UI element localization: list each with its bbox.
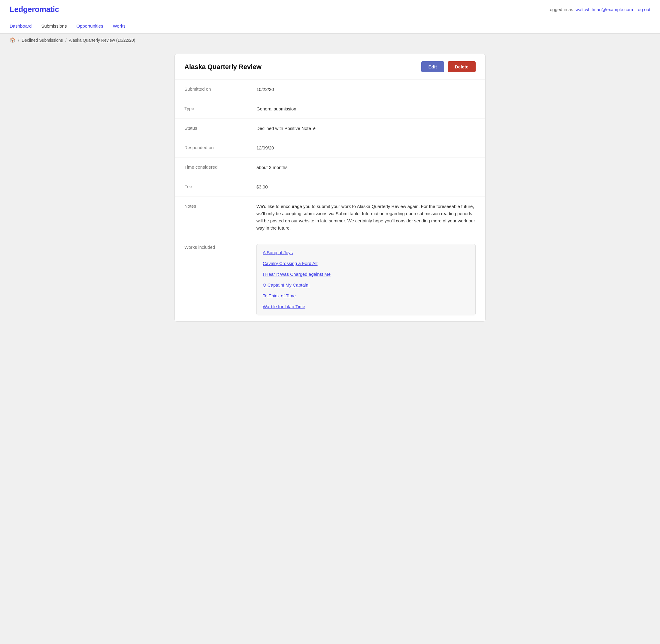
label-works-included: Works included [184,244,257,250]
value-type: General submission [257,105,476,113]
card-header: Alaska Quarterly Review Edit Delete [175,54,485,80]
nav-bar: Dashboard Submissions Opportunities Work… [0,19,660,33]
work-item-4[interactable]: To Think of Time [263,292,469,299]
row-responded-on: Responded on 12/09/20 [175,138,485,158]
top-bar: Ledgeromatic Logged in as walt.whitman@e… [0,0,660,19]
submission-card: Alaska Quarterly Review Edit Delete Subm… [174,54,486,322]
label-notes: Notes [184,203,257,209]
label-time-considered: Time considered [184,164,257,169]
breadcrumb-current[interactable]: Alaska Quarterly Review (10/22/20) [69,38,135,43]
edit-button[interactable]: Edit [421,61,444,72]
work-item-2[interactable]: I Hear It Was Charged against Me [263,271,469,278]
row-status: Status Declined with Positive Note ★ [175,119,485,138]
label-responded-on: Responded on [184,144,257,150]
works-list: A Song of Joys Cavalry Crossing a Ford A… [257,244,476,315]
row-type: Type General submission [175,99,485,119]
label-status: Status [184,125,257,131]
delete-button[interactable]: Delete [448,61,476,72]
header-buttons: Edit Delete [421,61,476,72]
logout-link[interactable]: Log out [635,7,651,12]
value-status: Declined with Positive Note ★ [257,125,476,132]
row-submitted-on: Submitted on 10/22/20 [175,80,485,99]
breadcrumb: 🏠 / Declined Submissions / Alaska Quarte… [0,33,660,47]
nav-item-dashboard[interactable]: Dashboard [9,19,31,33]
nav-item-opportunities[interactable]: Opportunities [76,19,103,33]
app-logo: Ledgeromatic [9,5,59,14]
user-email-link[interactable]: walt.whitman@example.com [576,7,633,12]
work-item-3[interactable]: O Captain! My Captain! [263,281,469,289]
row-time-considered: Time considered about 2 months [175,158,485,177]
value-time-considered: about 2 months [257,164,476,171]
works-list-container: A Song of Joys Cavalry Crossing a Ford A… [257,244,476,315]
label-type: Type [184,105,257,111]
row-notes: Notes We'd like to encourage you to subm… [175,197,485,238]
breadcrumb-sep-1: / [18,38,19,43]
work-item-0[interactable]: A Song of Joys [263,249,469,256]
work-item-5[interactable]: Warble for Lilac-Time [263,303,469,310]
card-title: Alaska Quarterly Review [184,63,262,71]
nav-item-works[interactable]: Works [113,19,126,33]
value-submitted-on: 10/22/20 [257,86,476,93]
value-fee: $3.00 [257,183,476,190]
work-item-1[interactable]: Cavalry Crossing a Ford Alt [263,260,469,267]
row-works-included: Works included A Song of Joys Cavalry Cr… [175,238,485,321]
top-right-area: Logged in as walt.whitman@example.com Lo… [547,7,651,12]
label-fee: Fee [184,183,257,189]
breadcrumb-declined-submissions[interactable]: Declined Submissions [22,38,63,43]
label-submitted-on: Submitted on [184,86,257,92]
value-notes: We'd like to encourage you to submit you… [257,203,476,232]
value-responded-on: 12/09/20 [257,144,476,152]
breadcrumb-sep-2: / [65,38,67,43]
logged-in-label: Logged in as [547,7,573,12]
row-fee: Fee $3.00 [175,177,485,197]
main-content: Alaska Quarterly Review Edit Delete Subm… [165,47,495,329]
nav-item-submissions[interactable]: Submissions [41,19,67,33]
home-icon: 🏠 [9,37,16,43]
